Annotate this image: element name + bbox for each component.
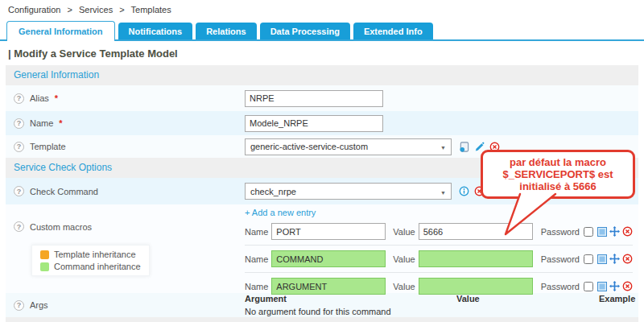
field-row-alias: Alias * — [6, 85, 638, 111]
password-checkbox[interactable] — [584, 227, 593, 237]
next-section-band — [6, 317, 638, 322]
macro-value-input[interactable] — [419, 250, 533, 267]
legend-command-inheritance: Command inheritance — [40, 262, 141, 271]
required-asterisk: * — [55, 93, 58, 103]
args-empty-message: No argument found for this command — [245, 307, 638, 316]
textarea-toggle-icon[interactable] — [597, 227, 607, 237]
add-new-entry-link[interactable]: + Add a new entry — [245, 208, 316, 217]
check-command-label-cell: Check Command — [6, 186, 245, 196]
macro-row-port: Name Value Password — [245, 223, 633, 246]
macro-name-label: Name — [245, 227, 268, 237]
custom-macros-label: Custom macros — [30, 222, 92, 232]
password-label: Password — [541, 227, 580, 237]
service-template-config-page: Configuration > Services > Templates Gen… — [0, 0, 644, 322]
macro-value-label: Value — [393, 227, 415, 237]
move-icon[interactable] — [609, 226, 620, 237]
help-icon[interactable] — [14, 93, 24, 104]
breadcrumb-item-configuration[interactable]: Configuration — [8, 5, 60, 14]
help-icon[interactable] — [14, 142, 24, 152]
check-command-select[interactable]: check_nrpe — [245, 183, 452, 200]
template-label-cell: Template — [6, 142, 245, 152]
delete-icon[interactable] — [622, 254, 633, 264]
macro-name-input[interactable] — [271, 250, 386, 267]
password-checkbox[interactable] — [584, 282, 593, 291]
macro-value-label: Value — [393, 282, 415, 291]
move-icon[interactable] — [609, 254, 620, 264]
alias-label-cell: Alias * — [6, 93, 245, 104]
args-header-argument: Argument — [245, 294, 456, 303]
macro-name-input[interactable] — [271, 223, 386, 240]
breadcrumb-item-services[interactable]: Services — [79, 5, 113, 14]
breadcrumb-separator: > — [119, 5, 124, 14]
name-input[interactable] — [245, 115, 383, 132]
legend-template-inheritance: Template inheritance — [40, 250, 141, 259]
check-command-select-value: check_nrpe — [250, 187, 296, 196]
name-label: Name — [30, 118, 53, 128]
textarea-toggle-icon[interactable] — [597, 254, 607, 264]
breadcrumb-item-templates[interactable]: Templates — [131, 5, 171, 14]
tab-extended-info[interactable]: Extended Info — [353, 23, 433, 39]
macro-row-command: Name Value Password — [245, 250, 633, 273]
inheritance-legend: Template inheritance Command inheritance — [31, 245, 150, 276]
move-icon[interactable] — [609, 281, 620, 291]
callout-note: par défaut la macro $_SERVICEPORT$ est i… — [481, 150, 635, 199]
args-label-cell: Args — [6, 300, 245, 311]
name-label-cell: Name * — [6, 118, 245, 129]
callout-line: initialisé à 5666 — [485, 180, 631, 192]
args-header-value: Value — [456, 294, 599, 303]
template-inheritance-swatch-icon — [40, 250, 49, 259]
args-header-example: Example — [599, 294, 638, 303]
help-icon[interactable] — [14, 186, 24, 196]
password-label: Password — [541, 254, 580, 264]
args-label: Args — [30, 300, 48, 310]
password-checkbox[interactable] — [584, 254, 593, 264]
breadcrumb: Configuration > Services > Templates — [0, 0, 644, 14]
password-label: Password — [541, 282, 580, 291]
legend-label: Template inheritance — [54, 250, 136, 259]
callout-line: par défaut la macro — [485, 156, 631, 168]
chevron-down-icon — [440, 187, 446, 196]
field-row-name: Name * — [6, 111, 638, 135]
textarea-toggle-icon[interactable] — [597, 282, 607, 291]
delete-icon[interactable] — [622, 226, 633, 237]
field-row-custom-macros: Custom macros Template inheritance Comma… — [6, 204, 638, 293]
required-asterisk: * — [59, 118, 62, 128]
help-icon[interactable] — [14, 300, 24, 311]
template-select[interactable]: generic-active-service-custom — [245, 138, 452, 155]
field-row-args: Args Argument Value Example No argument … — [6, 293, 638, 317]
macro-value-label: Value — [393, 254, 415, 264]
help-icon[interactable] — [14, 118, 24, 129]
template-select-value: generic-active-service-custom — [250, 142, 368, 151]
tab-general-information[interactable]: General Information — [6, 21, 115, 41]
macro-value-input[interactable] — [419, 278, 533, 295]
macro-name-input[interactable] — [271, 278, 386, 295]
check-command-label: Check Command — [30, 187, 98, 196]
macro-value-input[interactable] — [419, 223, 533, 240]
breadcrumb-separator: > — [68, 5, 72, 14]
template-label: Template — [30, 142, 66, 151]
view-template-icon[interactable] — [459, 142, 469, 152]
macro-name-label: Name — [245, 282, 268, 291]
macro-row-argument: Name Value Password — [245, 278, 633, 295]
args-table-header: Argument Value Example — [245, 294, 638, 303]
legend-label: Command inheritance — [54, 262, 141, 271]
tab-bar: General Information Notifications Relati… — [0, 21, 644, 41]
page-title: | Modify a Service Template Model — [0, 41, 644, 65]
delete-icon[interactable] — [622, 281, 633, 291]
custom-macros-label-cell: Custom macros Template inheritance Comma… — [6, 204, 245, 293]
tab-relations[interactable]: Relations — [196, 23, 257, 39]
alias-input[interactable] — [245, 90, 383, 107]
alias-label: Alias — [30, 93, 49, 103]
tab-notifications[interactable]: Notifications — [118, 23, 193, 39]
tab-data-processing[interactable]: Data Processing — [260, 23, 350, 39]
command-inheritance-swatch-icon — [40, 262, 49, 271]
section-header-general-information: General Information — [6, 65, 638, 85]
help-icon[interactable] — [14, 221, 24, 232]
info-icon[interactable] — [459, 186, 469, 196]
macro-name-label: Name — [245, 254, 268, 264]
chevron-down-icon — [440, 142, 446, 151]
callout-line: $_SERVICEPORT$ est — [485, 168, 631, 180]
